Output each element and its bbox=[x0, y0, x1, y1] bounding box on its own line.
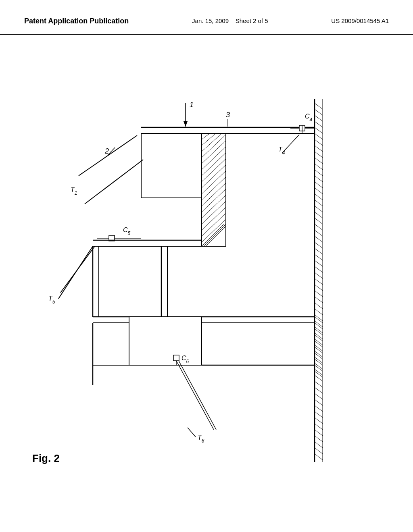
svg-line-3 bbox=[315, 109, 323, 115]
svg-line-55 bbox=[315, 424, 323, 430]
svg-line-50 bbox=[315, 393, 323, 399]
label-2: 2 bbox=[104, 147, 109, 155]
svg-line-51 bbox=[315, 399, 323, 405]
svg-line-57 bbox=[315, 436, 323, 442]
svg-marker-64 bbox=[184, 121, 188, 127]
svg-line-125 bbox=[179, 361, 216, 430]
label-C5: C5 bbox=[123, 227, 131, 236]
svg-line-7 bbox=[315, 133, 323, 139]
publication-label: Patent Application Publication bbox=[24, 16, 129, 26]
svg-rect-89 bbox=[141, 133, 202, 198]
svg-line-124 bbox=[176, 361, 214, 430]
svg-line-15 bbox=[315, 182, 323, 188]
svg-line-22 bbox=[315, 224, 323, 230]
svg-line-31 bbox=[315, 278, 323, 285]
svg-line-33 bbox=[315, 291, 323, 297]
svg-line-13 bbox=[315, 170, 323, 176]
svg-line-26 bbox=[315, 248, 323, 254]
svg-line-19 bbox=[315, 206, 323, 212]
svg-line-49 bbox=[315, 387, 323, 393]
svg-line-9 bbox=[315, 145, 323, 152]
svg-line-121 bbox=[58, 246, 93, 299]
svg-line-52 bbox=[315, 405, 323, 411]
label-3: 3 bbox=[226, 111, 230, 119]
patent-diagram: 1 3 T1 bbox=[0, 35, 413, 518]
svg-line-35 bbox=[315, 303, 323, 309]
figure-label: Fig. 2 bbox=[32, 452, 60, 464]
diagram-area: 1 3 T1 bbox=[0, 35, 413, 518]
page-header: Patent Application Publication Jan. 15, … bbox=[0, 0, 413, 35]
svg-line-101 bbox=[282, 135, 299, 153]
svg-line-29 bbox=[315, 266, 323, 272]
svg-line-53 bbox=[315, 411, 323, 418]
svg-line-4 bbox=[315, 115, 323, 121]
svg-line-34 bbox=[315, 297, 323, 303]
svg-line-91 bbox=[79, 135, 137, 176]
svg-line-6 bbox=[315, 127, 323, 133]
svg-line-36 bbox=[315, 309, 323, 315]
svg-line-14 bbox=[315, 176, 323, 182]
svg-line-54 bbox=[315, 418, 323, 424]
svg-line-58 bbox=[315, 442, 323, 448]
sheet-info: Sheet 2 of 5 bbox=[236, 17, 268, 24]
svg-line-24 bbox=[315, 236, 323, 242]
svg-rect-123 bbox=[173, 355, 179, 361]
svg-line-21 bbox=[315, 218, 323, 224]
svg-line-60 bbox=[315, 454, 323, 460]
svg-line-56 bbox=[315, 430, 323, 436]
svg-line-23 bbox=[315, 230, 323, 236]
patent-number: US 2009/0014545 A1 bbox=[331, 16, 389, 26]
svg-line-48 bbox=[315, 381, 323, 387]
svg-line-10 bbox=[315, 152, 323, 158]
pub-date: Jan. 15, 2009 bbox=[192, 17, 229, 24]
svg-line-90 bbox=[85, 160, 143, 204]
label-T5: T5 bbox=[48, 295, 55, 305]
svg-line-59 bbox=[315, 448, 323, 454]
date-sheet: Jan. 15, 2009 Sheet 2 of 5 bbox=[192, 16, 268, 26]
svg-line-126 bbox=[188, 428, 196, 437]
svg-line-17 bbox=[315, 194, 323, 200]
svg-rect-122 bbox=[129, 317, 202, 365]
svg-line-8 bbox=[315, 139, 323, 145]
svg-line-32 bbox=[315, 285, 323, 291]
svg-line-25 bbox=[315, 242, 323, 248]
svg-line-30 bbox=[315, 272, 323, 278]
svg-line-28 bbox=[315, 260, 323, 266]
label-T1: T1 bbox=[71, 186, 77, 196]
svg-line-5 bbox=[315, 121, 323, 127]
label-1: 1 bbox=[190, 101, 194, 109]
svg-line-11 bbox=[315, 158, 323, 164]
svg-line-16 bbox=[315, 188, 323, 194]
svg-line-27 bbox=[315, 254, 323, 260]
svg-line-20 bbox=[315, 212, 323, 218]
svg-line-18 bbox=[315, 200, 323, 206]
svg-line-2 bbox=[315, 103, 323, 109]
svg-line-12 bbox=[315, 164, 323, 170]
label-C4: C4 bbox=[305, 113, 313, 123]
label-T6: T6 bbox=[198, 434, 204, 444]
